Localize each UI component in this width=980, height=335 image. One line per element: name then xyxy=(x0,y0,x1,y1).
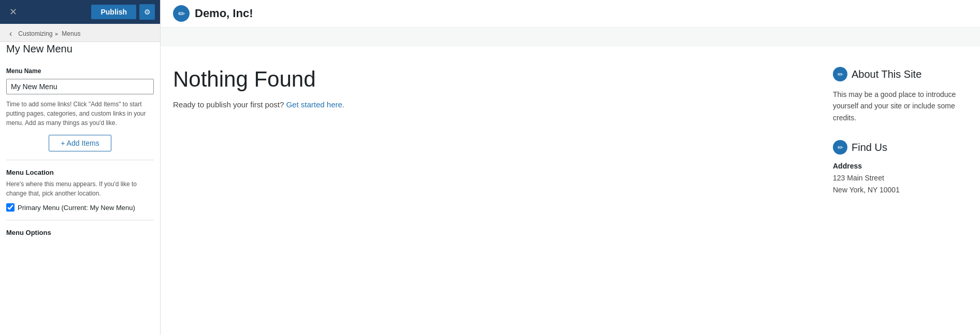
site-body: Nothing Found Ready to publish your firs… xyxy=(161,46,980,335)
breadcrumb-parent: Customizing xyxy=(18,30,52,37)
divider-1 xyxy=(6,160,154,160)
publish-button[interactable]: Publish xyxy=(91,5,136,19)
nothing-found-sub: Ready to publish your first post? Get st… xyxy=(173,100,802,109)
find-us-widget: ✏ Find Us Address 123 Main Street New Yo… xyxy=(833,140,968,196)
address-line2: New York, NY 10001 xyxy=(833,184,968,196)
about-widget: ✏ About This Site This may be a good pla… xyxy=(833,67,968,123)
gear-button[interactable]: ⚙ xyxy=(139,4,155,20)
about-pencil-icon: ✏ xyxy=(833,67,847,81)
breadcrumb-separator: ▸ xyxy=(55,30,59,37)
sidebar-content: Menu Name Time to add some links! Click … xyxy=(0,59,160,248)
address-label: Address xyxy=(833,162,968,170)
add-items-button[interactable]: + Add Items xyxy=(49,135,111,151)
about-widget-title-row: ✏ About This Site xyxy=(833,67,968,81)
breadcrumb-section: Menus xyxy=(62,30,80,37)
site-header: ✏ Demo, Inc! xyxy=(161,0,980,27)
menu-location-hint: Here's where this menu appears. If you'd… xyxy=(6,179,154,198)
nothing-found-heading: Nothing Found xyxy=(173,67,802,92)
menu-name-input[interactable] xyxy=(6,79,154,94)
sidebar-widgets: ✏ About This Site This may be a good pla… xyxy=(833,67,968,314)
main-content: Nothing Found Ready to publish your firs… xyxy=(173,67,802,314)
sidebar: ✕ Publish ⚙ ‹ Customizing ▸ Menus My New… xyxy=(0,0,161,335)
menu-name-label: Menu Name xyxy=(6,67,154,75)
about-widget-body: This may be a good place to introduce yo… xyxy=(833,89,968,123)
site-title: Demo, Inc! xyxy=(195,7,253,20)
close-button[interactable]: ✕ xyxy=(5,4,21,20)
menu-location-header: Menu Location xyxy=(6,169,154,176)
primary-menu-checkbox[interactable] xyxy=(6,203,15,212)
address-line1: 123 Main Street xyxy=(833,172,968,184)
nav-bar xyxy=(161,27,980,46)
menu-hint-text: Time to add some links! Click "Add Items… xyxy=(6,100,154,128)
get-started-link[interactable]: Get started here. xyxy=(286,100,344,109)
site-logo-icon: ✏ xyxy=(173,5,190,22)
primary-menu-checkbox-row[interactable]: Primary Menu (Current: My New Menu) xyxy=(6,203,154,212)
menu-title: My New Menu xyxy=(0,42,160,59)
topbar: ✕ Publish ⚙ xyxy=(0,0,160,24)
find-us-pencil-icon: ✏ xyxy=(833,140,847,155)
publish-area: Publish ⚙ xyxy=(91,4,155,20)
find-us-widget-title: Find Us xyxy=(852,142,887,153)
about-widget-title: About This Site xyxy=(852,68,921,80)
find-us-widget-title-row: ✏ Find Us xyxy=(833,140,968,155)
back-button[interactable]: ‹ xyxy=(6,28,15,39)
divider-2 xyxy=(6,220,154,220)
menu-options-header: Menu Options xyxy=(6,229,154,236)
pencil-icon: ✏ xyxy=(178,9,185,19)
primary-menu-label: Primary Menu (Current: My New Menu) xyxy=(18,204,135,212)
breadcrumb-bar: ‹ Customizing ▸ Menus xyxy=(0,24,160,42)
preview-panel: ✏ Demo, Inc! Nothing Found Ready to publ… xyxy=(161,0,980,335)
